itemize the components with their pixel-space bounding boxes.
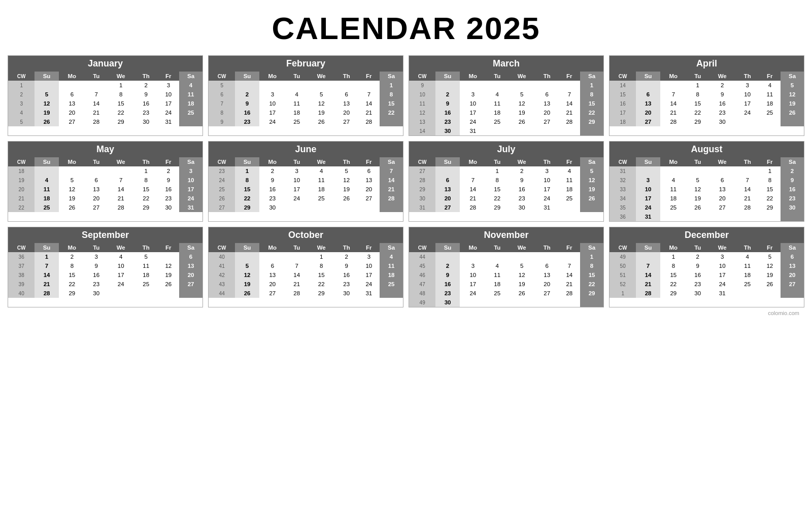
day-cell-fr: 21 bbox=[559, 280, 581, 289]
col-header-tu: Tu bbox=[85, 157, 108, 166]
day-cell-we: 23 bbox=[709, 108, 736, 117]
day-cell-mo: 4 bbox=[660, 176, 687, 185]
day-cell-mo bbox=[460, 166, 486, 176]
week-row: 816171819202122 bbox=[209, 108, 403, 117]
day-cell-we: 5 bbox=[509, 90, 535, 99]
day-cell-we: 15 bbox=[308, 270, 335, 280]
day-cell-we: 11 bbox=[308, 176, 335, 185]
col-header-mo: Mo bbox=[59, 243, 85, 252]
day-cell-tu: 4 bbox=[486, 261, 509, 270]
day-cell-cw: 9 bbox=[209, 117, 235, 126]
col-header-sa: Sa bbox=[580, 72, 603, 81]
day-cell-su: 16 bbox=[435, 280, 459, 289]
day-cell-su: 9 bbox=[435, 99, 459, 108]
day-cell-fr: 13 bbox=[358, 176, 380, 185]
day-cell-sa: 3 bbox=[179, 166, 202, 176]
week-row: 2622232425262728 bbox=[209, 194, 403, 203]
day-cell-su bbox=[636, 81, 660, 90]
day-cell-th: 23 bbox=[335, 280, 358, 289]
day-cell-tu: 14 bbox=[85, 99, 108, 108]
day-cell-su: 6 bbox=[636, 90, 660, 99]
day-cell-su: 20 bbox=[435, 194, 459, 203]
month-block-april: AprilCWSuMoTuWeThFrSa1412345156789101112… bbox=[609, 55, 804, 136]
week-row: 401234 bbox=[209, 252, 403, 261]
day-cell-su: 22 bbox=[235, 194, 259, 203]
day-cell-su: 12 bbox=[35, 99, 58, 108]
day-cell-sa: 13 bbox=[781, 261, 804, 270]
week-row: 2567891011 bbox=[8, 90, 202, 99]
day-cell-we: 17 bbox=[108, 270, 134, 280]
day-cell-su bbox=[636, 166, 660, 176]
day-cell-fr: 28 bbox=[559, 117, 581, 126]
week-row: 323456789 bbox=[610, 176, 804, 185]
col-header-su: Su bbox=[636, 243, 660, 252]
day-cell-tu: 28 bbox=[85, 117, 108, 126]
day-cell-fr: 21 bbox=[559, 108, 581, 117]
day-cell-sa: 17 bbox=[179, 185, 202, 194]
col-header-mo: Mo bbox=[460, 72, 486, 81]
day-cell-mo: 2 bbox=[59, 252, 85, 261]
day-cell-sa: 31 bbox=[179, 203, 202, 212]
day-cell-th: 3 bbox=[535, 166, 559, 176]
col-header-we: We bbox=[509, 243, 535, 252]
day-cell-fr bbox=[759, 212, 781, 221]
day-cell-mo: 29 bbox=[660, 289, 687, 298]
day-cell-mo: 28 bbox=[460, 203, 486, 212]
day-cell-cw: 17 bbox=[610, 108, 636, 117]
col-header-we: We bbox=[108, 72, 134, 81]
footer: colomio.com bbox=[8, 307, 804, 316]
day-cell-su: 20 bbox=[636, 108, 660, 117]
day-cell-we: 22 bbox=[308, 280, 335, 289]
day-cell-su: 16 bbox=[435, 108, 459, 117]
day-cell-mo bbox=[59, 81, 85, 90]
day-cell-su: 8 bbox=[235, 176, 259, 185]
day-cell-su: 3 bbox=[636, 176, 660, 185]
col-header-tu: Tu bbox=[486, 72, 509, 81]
day-cell-th: 24 bbox=[535, 194, 559, 203]
day-cell-sa: 15 bbox=[580, 270, 603, 280]
month-table-july: CWSuMoTuWeThFrSa271234528678910111229131… bbox=[409, 157, 603, 212]
col-header-th: Th bbox=[535, 157, 559, 166]
week-row: 11234 bbox=[8, 81, 202, 90]
day-cell-tu: 6 bbox=[85, 176, 108, 185]
day-cell-th: 23 bbox=[134, 108, 158, 117]
week-row: 18123 bbox=[8, 166, 202, 176]
col-header-th: Th bbox=[335, 72, 358, 81]
col-header-th: Th bbox=[535, 72, 559, 81]
day-cell-cw: 51 bbox=[610, 270, 636, 280]
col-header-th: Th bbox=[134, 243, 158, 252]
day-cell-su: 21 bbox=[636, 280, 660, 289]
col-header-fr: Fr bbox=[358, 157, 380, 166]
day-cell-th: 13 bbox=[535, 270, 559, 280]
col-header-mo: Mo bbox=[660, 72, 687, 81]
day-cell-mo: 3 bbox=[460, 261, 486, 270]
day-cell-th: 16 bbox=[134, 99, 158, 108]
col-header-fr: Fr bbox=[158, 243, 180, 252]
day-cell-tu: 11 bbox=[486, 99, 509, 108]
week-row: 469101112131415 bbox=[409, 270, 603, 280]
day-cell-su: 6 bbox=[435, 176, 459, 185]
day-cell-cw: 18 bbox=[8, 166, 35, 176]
day-cell-cw: 49 bbox=[409, 298, 435, 307]
day-cell-fr: 21 bbox=[358, 108, 380, 117]
day-cell-th: 11 bbox=[736, 261, 759, 270]
day-cell-th bbox=[736, 212, 759, 221]
day-cell-we: 19 bbox=[509, 280, 535, 289]
day-cell-sa bbox=[580, 298, 603, 307]
day-cell-tu bbox=[486, 252, 509, 261]
month-header-march: March bbox=[409, 56, 603, 72]
day-cell-cw: 50 bbox=[610, 261, 636, 270]
day-cell-fr: 4 bbox=[559, 166, 581, 176]
day-cell-sa: 1 bbox=[580, 252, 603, 261]
day-cell-sa: 22 bbox=[380, 108, 403, 117]
day-cell-sa: 7 bbox=[380, 166, 403, 176]
day-cell-th: 30 bbox=[335, 289, 358, 298]
day-cell-th: 18 bbox=[736, 270, 759, 280]
col-header-fr: Fr bbox=[559, 157, 581, 166]
col-header-th: Th bbox=[134, 157, 158, 166]
week-row: 2225262728293031 bbox=[8, 203, 202, 212]
day-cell-th: 9 bbox=[134, 90, 158, 99]
col-header-tu: Tu bbox=[85, 72, 108, 81]
month-table-january: CWSuMoTuWeThFrSa112342567891011312131415… bbox=[8, 72, 202, 126]
day-cell-we: 26 bbox=[308, 117, 335, 126]
